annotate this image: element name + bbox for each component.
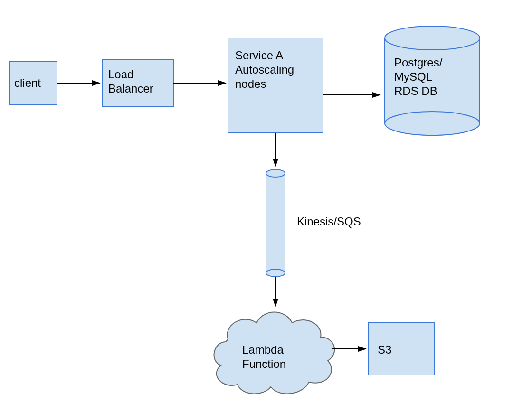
node-queue-cylinder	[266, 169, 285, 277]
service-label-line3: nodes	[235, 77, 266, 90]
node-lambda-cloud: Lambda Function	[214, 312, 335, 394]
service-label-line1: Service A	[235, 49, 283, 62]
lb-label-line1: Load	[108, 68, 133, 81]
node-db-cylinder: Postgres/ MySQL RDS DB	[385, 26, 480, 135]
node-load-balancer: Load Balancer	[102, 59, 173, 107]
svg-point-7	[385, 26, 480, 50]
db-label-line1: Postgres/	[394, 56, 443, 69]
node-service-a: Service A Autoscaling nodes	[228, 38, 323, 133]
lambda-label-line1: Lambda	[242, 343, 284, 356]
node-client: client	[10, 62, 57, 104]
client-label: client	[14, 76, 41, 89]
db-label-line2: MySQL	[394, 70, 432, 83]
svg-point-9	[266, 269, 285, 277]
svg-point-4	[385, 112, 480, 135]
lambda-label-line2: Function	[242, 357, 286, 370]
svg-rect-8	[266, 173, 285, 273]
s3-label: S3	[378, 343, 391, 356]
service-label-line2: Autoscaling	[235, 63, 294, 76]
queue-side-label: Kinesis/SQS	[297, 215, 361, 228]
lb-label-line2: Balancer	[108, 82, 153, 95]
db-label-line3: RDS DB	[394, 84, 437, 97]
node-s3: S3	[368, 323, 435, 375]
svg-point-12	[266, 169, 285, 177]
